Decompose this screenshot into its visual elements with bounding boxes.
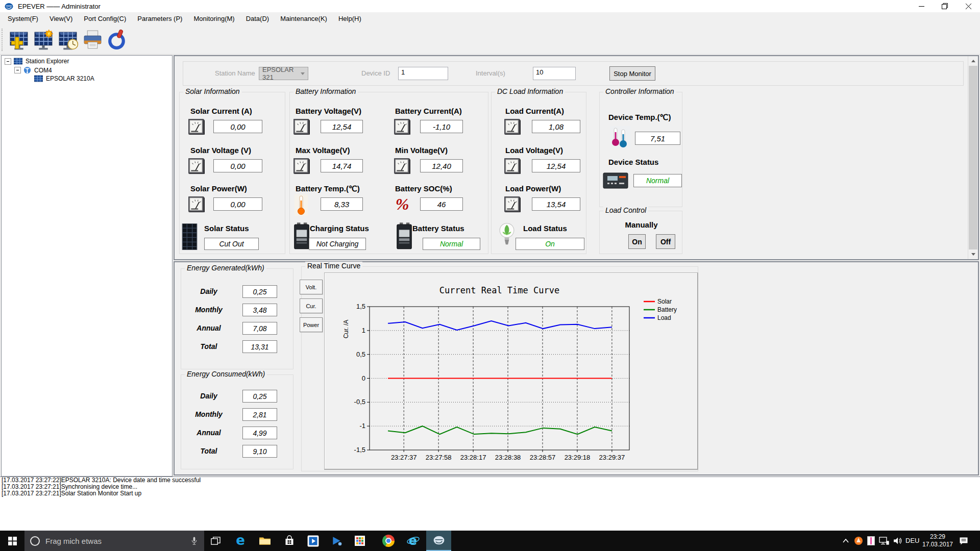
start-button[interactable] [0,531,24,551]
bulb-icon [499,220,515,248]
search-input[interactable]: Frag mich etwas [45,537,190,545]
real-time-curve-group: Real Time Curve Volt. Cur. Power Current… [301,266,698,471]
tree-node-root[interactable]: Station Explorer [5,58,69,65]
battery-temp-label: Battery Temp.(℃) [296,184,360,193]
controller-info-group: Controller Information Device Temp.(℃) 7… [599,92,682,207]
taskbar-active-app-epever[interactable] [426,531,451,551]
menu-monitoring[interactable]: Monitoring(M) [188,13,240,24]
tab-power[interactable]: Power [300,317,323,332]
load-on-button[interactable]: On [628,234,646,249]
clock-time: 23:29 [921,533,954,541]
tree-node-device[interactable]: EPSOLAR 3210A [34,75,94,82]
menu-port-config[interactable]: Port Config(C) [78,13,132,24]
taskbar-chrome-icon[interactable] [376,531,400,551]
menu-maintenance[interactable]: Maintenance(K) [275,13,333,24]
minimize-button[interactable] [910,0,933,12]
battery-soc-value: 46 [420,197,463,211]
controller-icon [603,172,628,189]
taskbar-player-icon[interactable] [325,531,349,551]
menu-view[interactable]: View(V) [44,13,78,24]
tray-volume-icon[interactable] [891,531,904,551]
taskbar-clock[interactable]: 23:29 17.03.2017 [921,533,954,548]
station-name-label: Station Name [215,69,255,77]
battery-info-title: Battery Information [293,87,358,95]
tray-chevron-icon[interactable] [840,531,852,551]
scrollbar-thumb[interactable] [969,66,977,249]
taskbar-media-player-icon[interactable] [301,531,325,551]
gauge-icon [394,118,411,135]
charging-status-label: Charging Status [310,224,369,233]
interval-label: Interval(s) [476,69,505,77]
dc-load-info-group: DC Load Information Load Current(A) 1,08… [491,92,586,254]
window-title: EPEVER —— Administrator [18,3,101,10]
language-indicator[interactable]: DEU [905,537,919,544]
mic-icon[interactable] [190,536,198,546]
battery-current-label: Battery Current(A) [395,107,462,115]
scroll-up-icon[interactable] [968,56,978,66]
collapse-icon[interactable] [14,67,21,73]
tree-port-label[interactable]: COM4 [34,67,52,74]
station-name-select[interactable]: EPSOLAR 321 [259,67,308,80]
tray-notes-icon[interactable] [865,531,877,551]
battery-info-group: Battery Information Battery Voltage(V) 1… [289,92,488,254]
station-monitor-button[interactable] [32,28,55,52]
battery-current-value: -1,10 [420,120,463,133]
percent-icon [394,195,411,213]
restore-button[interactable] [933,0,957,12]
taskbar-explorer-icon[interactable] [253,531,277,551]
svg-text:1: 1 [362,327,365,334]
tree-root-label[interactable]: Station Explorer [26,58,69,65]
load-off-button[interactable]: Off [656,234,675,249]
device-id-input[interactable]: 1 [398,67,448,80]
stop-monitor-button[interactable]: Stop Monitor [609,66,655,81]
gauge-icon [188,157,205,174]
tray-avast-icon[interactable] [852,531,865,551]
add-station-button[interactable] [7,28,31,52]
tree-node-com4[interactable]: COM4 [14,66,52,74]
taskbar-ie-icon[interactable]: e [401,531,425,551]
tab-cur[interactable]: Cur. [300,298,323,313]
tab-volt[interactable]: Volt. [300,280,323,294]
exit-button[interactable] [105,28,129,52]
charging-status-value: Not Charging [309,238,366,250]
cortana-icon [30,536,40,546]
solar-status-value: Cut Out [204,238,259,250]
energy-consumed-title: Energy Consumed(kWh) [185,370,267,378]
interval-input[interactable]: 10 [533,67,576,80]
scroll-down-icon[interactable] [968,249,978,259]
energy-generated-title: Energy Generated(kWh) [185,264,266,272]
svg-text:-1,5: -1,5 [354,446,365,454]
collapse-icon[interactable] [5,58,11,65]
load-power-value: 13,54 [532,197,580,211]
battery-icon [292,221,311,251]
toolbar [0,26,980,55]
load-current-label: Load Current(A) [505,107,564,115]
task-view-button[interactable] [204,531,227,551]
taskbar-search-box[interactable]: Frag mich etwas [24,531,204,551]
action-center-icon[interactable] [957,531,971,551]
menu-data[interactable]: Data(D) [240,13,275,24]
svg-text:23:28:38: 23:28:38 [495,454,521,461]
battery-voltage-label: Battery Voltage(V) [296,107,361,115]
close-button[interactable] [957,0,980,12]
menu-parameters[interactable]: Parameters (P) [132,13,188,24]
taskbar-store-icon[interactable] [277,531,301,551]
taskbar-apps-grid-icon[interactable] [348,531,372,551]
log-line: [17.03.2017 23:27:22]EPSOLAR 3210A: Devi… [0,477,980,484]
com-port-icon [23,66,31,74]
station-history-button[interactable] [56,28,80,52]
log-line: [17.03.2017 23:27:21]Solar Station Monit… [0,490,980,497]
menu-system[interactable]: System(F) [2,13,44,24]
dual-thermometer-icon [610,126,630,148]
print-button[interactable] [81,28,104,52]
tree-device-label[interactable]: EPSOLAR 3210A [46,75,94,82]
monitor-scrollbar[interactable] [968,56,978,259]
load-current-value: 1,08 [532,120,580,133]
solar-info-title: Solar Information [183,87,242,95]
menu-help[interactable]: Help(H) [333,13,367,24]
taskbar-edge-icon[interactable]: e [228,531,252,551]
chevron-down-icon [301,72,305,75]
tray-network-icon[interactable] [877,531,891,551]
load-control-group: Load Control Manually On Off [599,211,682,254]
svg-text:Current Real Time Curve: Current Real Time Curve [439,285,559,295]
